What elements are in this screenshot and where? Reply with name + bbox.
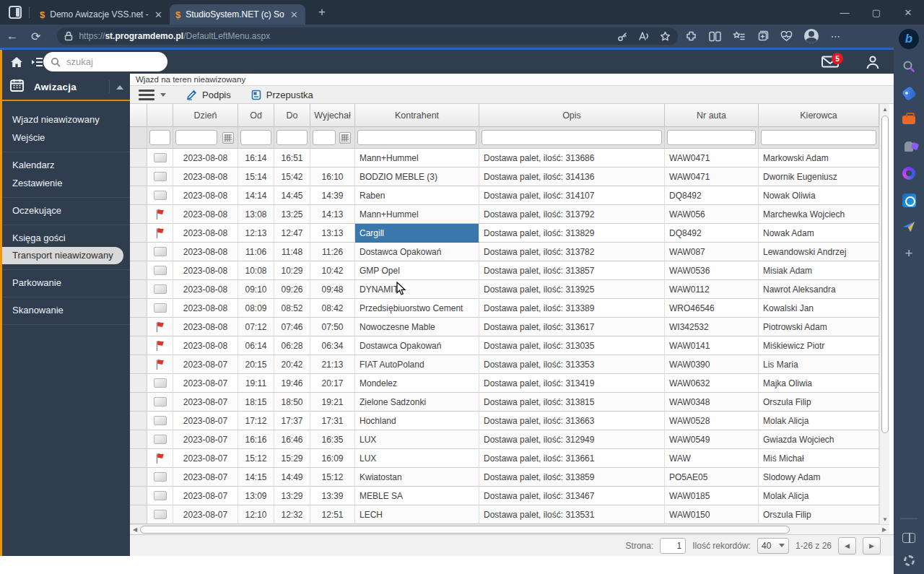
- cell-opis[interactable]: Dostawa palet, ilość: 313389: [479, 299, 665, 318]
- microsoft365-icon[interactable]: [899, 164, 918, 183]
- next-page-button[interactable]: ▶: [863, 537, 881, 555]
- flag-cell[interactable]: [147, 186, 173, 205]
- close-button[interactable]: ✕: [892, 0, 924, 25]
- header-kierowca[interactable]: Kierowca: [759, 104, 879, 127]
- cell-opis[interactable]: Dostawa palet, ilość: 313467: [479, 487, 665, 505]
- cell-dzien[interactable]: 2023-08-08: [173, 318, 238, 336]
- flag-cell[interactable]: [147, 505, 173, 524]
- browser-tab-1[interactable]: $ Demo Awizacje VSS.net - Demo ✕: [34, 4, 170, 25]
- cell-od[interactable]: 06:14: [238, 336, 274, 355]
- filter-nr-auta-input[interactable]: [667, 130, 756, 145]
- read-aloud-icon[interactable]: [638, 31, 650, 41]
- sidebar-item[interactable]: Zestawienie: [2, 174, 130, 192]
- cell-nr-auta[interactable]: WAW0528: [665, 412, 759, 430]
- favorite-star-icon[interactable]: [660, 31, 671, 42]
- games-icon[interactable]: [899, 137, 918, 156]
- cell-od[interactable]: 12:10: [238, 505, 274, 524]
- table-row[interactable]: 2023-08-0815:1415:4216:10BODZIO MEBLE (3…: [130, 168, 879, 186]
- filter-od-input[interactable]: [240, 130, 271, 145]
- cell-kontrahent[interactable]: Zielone Sadzonki: [355, 393, 479, 412]
- cell-kontrahent[interactable]: BODZIO MEBLE (3): [355, 168, 479, 186]
- cell-kierowca[interactable]: Majka Oliwia: [759, 374, 879, 393]
- page-size-select[interactable]: 40: [757, 538, 789, 554]
- cell-od[interactable]: 13:09: [238, 487, 274, 505]
- cell-kierowca[interactable]: Misiak Adam: [759, 261, 879, 280]
- cell-wyjechal[interactable]: 12:51: [310, 505, 355, 524]
- browser-tab-2-active[interactable]: $ StudioSystem.NET (c) SoftwareSt ✕: [170, 4, 305, 25]
- cell-kontrahent[interactable]: MEBLE SA: [355, 487, 479, 505]
- sidebar-item[interactable]: Wejście: [2, 129, 130, 147]
- header-dzien[interactable]: Dzień: [173, 104, 238, 127]
- cell-od[interactable]: 12:13: [238, 224, 274, 243]
- table-row[interactable]: 2023-08-0806:1406:2806:34Dostawca Opakow…: [130, 336, 879, 355]
- cell-opis[interactable]: Dostawa palet, ilość: 313859: [479, 468, 665, 487]
- cell-kierowca[interactable]: Marchewka Wojciech: [759, 205, 879, 224]
- collapse-menu-icon[interactable]: [31, 57, 44, 67]
- cell-opis[interactable]: Dostawa palet, ilość: 313829: [479, 224, 665, 243]
- cell-do[interactable]: 19:46: [274, 374, 310, 393]
- cell-dzien[interactable]: 2023-08-08: [173, 224, 238, 243]
- flag-cell[interactable]: [147, 299, 173, 318]
- cell-od[interactable]: 15:12: [238, 449, 274, 468]
- header-wyjechal[interactable]: Wyjechał: [310, 104, 355, 127]
- cell-dzien[interactable]: 2023-08-08: [173, 299, 238, 318]
- cell-kontrahent[interactable]: Nowoczesne Mable: [355, 318, 479, 336]
- cell-do[interactable]: 07:46: [274, 318, 310, 336]
- podpis-button[interactable]: Podpis: [186, 90, 231, 100]
- cell-wyjechal[interactable]: 21:13: [310, 355, 355, 374]
- cell-wyjechal[interactable]: 15:12: [310, 468, 355, 487]
- address-bar[interactable]: https://st.programdemo.pl/DefaultLeftMen…: [57, 27, 678, 45]
- outlook-icon[interactable]: [899, 191, 918, 209]
- table-row[interactable]: 2023-08-0808:0908:5208:42Przedsiębiuorst…: [130, 299, 879, 318]
- cell-do[interactable]: 08:52: [274, 299, 310, 318]
- cell-wyjechal[interactable]: 06:34: [310, 336, 355, 355]
- przepustka-button[interactable]: Przepustka: [251, 90, 313, 100]
- cell-dzien[interactable]: 2023-08-07: [173, 355, 238, 374]
- flag-cell[interactable]: [147, 168, 173, 186]
- table-row[interactable]: 2023-08-0720:1520:4221:13FIAT AutoPoland…: [130, 355, 879, 374]
- cell-opis[interactable]: Dostawa palet, ilość: 313661: [479, 449, 665, 468]
- cell-opis[interactable]: Dostawa palet, ilość: 313815: [479, 393, 665, 412]
- collapse-section-icon[interactable]: [116, 85, 123, 90]
- cell-kierowca[interactable]: Nowak Adam: [759, 224, 879, 243]
- cell-nr-auta[interactable]: WAW087: [665, 243, 759, 261]
- cell-opis[interactable]: Dostawa palet, ilość: 312949: [479, 430, 665, 449]
- cell-kontrahent[interactable]: DYNAMIT: [355, 280, 479, 299]
- cell-kontrahent[interactable]: LUX: [355, 430, 479, 449]
- cell-od[interactable]: 11:06: [238, 243, 274, 261]
- cell-kontrahent[interactable]: Mann+Hummel: [355, 205, 479, 224]
- table-row[interactable]: 2023-08-0713:0913:2913:39MEBLE SADostawa…: [130, 487, 879, 505]
- sidebar-item[interactable]: Wjazd nieawizowany: [2, 110, 130, 129]
- flag-cell[interactable]: [147, 280, 173, 299]
- table-row[interactable]: 2023-08-0714:1514:4915:12KwiatostanDosta…: [130, 468, 879, 487]
- app-search[interactable]: [43, 52, 167, 71]
- selected-cell[interactable]: Cargill: [355, 224, 479, 243]
- sidebar-panel-icon[interactable]: [899, 529, 918, 547]
- cell-wyjechal[interactable]: 16:09: [310, 449, 355, 468]
- grid-menu-button[interactable]: [130, 90, 166, 100]
- cell-dzien[interactable]: 2023-08-07: [173, 430, 238, 449]
- header-do[interactable]: Do: [274, 104, 310, 127]
- back-icon[interactable]: ←: [0, 30, 25, 43]
- sidebar-section-header[interactable]: Awizacja: [2, 74, 130, 101]
- filter-dzien-input[interactable]: [175, 130, 217, 145]
- refresh-icon[interactable]: ⟳: [25, 30, 47, 43]
- cell-nr-auta[interactable]: WAW0471: [665, 149, 759, 168]
- cell-od[interactable]: 18:15: [238, 393, 274, 412]
- cell-wyjechal[interactable]: 19:21: [310, 393, 355, 412]
- flag-cell[interactable]: [147, 318, 173, 336]
- table-row[interactable]: 2023-08-0814:1414:4514:39RabenDostawa pa…: [130, 186, 879, 205]
- header-od[interactable]: Od: [238, 104, 274, 127]
- collections-icon[interactable]: [757, 30, 769, 42]
- cell-od[interactable]: 17:12: [238, 412, 274, 430]
- cell-wyjechal[interactable]: 16:10: [310, 168, 355, 186]
- cell-od[interactable]: 20:15: [238, 355, 274, 374]
- cell-wyjechal[interactable]: 13:39: [310, 487, 355, 505]
- cell-do[interactable]: 16:51: [274, 149, 310, 168]
- cell-wyjechal[interactable]: 14:39: [310, 186, 355, 205]
- cell-nr-auta[interactable]: DQ8492: [665, 186, 759, 205]
- cell-dzien[interactable]: 2023-08-07: [173, 449, 238, 468]
- cell-nr-auta[interactable]: WAW0536: [665, 261, 759, 280]
- table-row[interactable]: 2023-08-0807:1207:4607:50Nowoczesne Mabl…: [130, 318, 879, 336]
- cell-opis[interactable]: Dostawa palet, ilość: 313035: [479, 336, 665, 355]
